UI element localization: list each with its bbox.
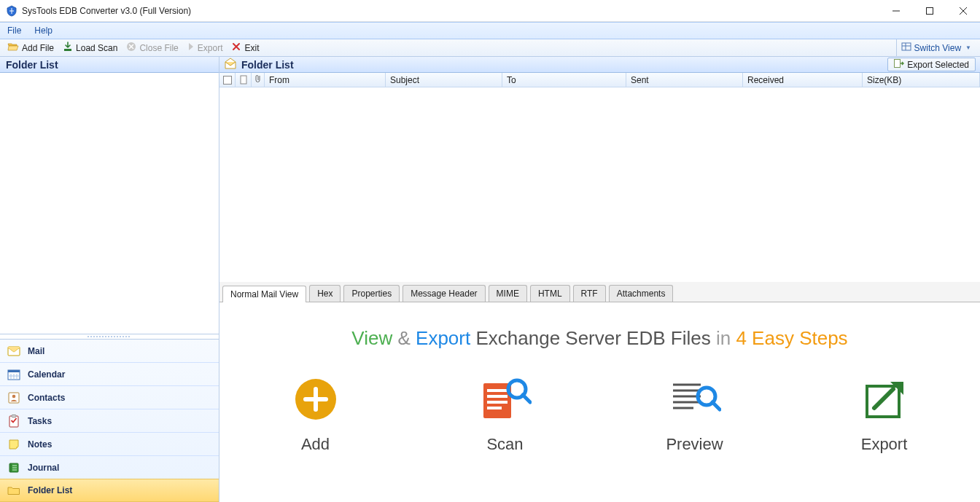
hero-word-steps: 4 Easy Steps [736, 327, 847, 349]
maximize-button[interactable] [913, 0, 946, 22]
nav-mail-label: Mail [28, 346, 44, 356]
steps-row: Add Scan Preview Export [265, 376, 936, 454]
export-selected-label: Export Selected [907, 60, 969, 70]
window-title: SysTools EDB Converter v3.0 (Full Versio… [22, 6, 191, 16]
add-file-button[interactable]: Add File [4, 41, 57, 55]
download-icon [63, 42, 73, 54]
export-button[interactable]: Export [184, 42, 226, 54]
export-label: Export [198, 43, 223, 53]
minimize-button[interactable] [879, 0, 913, 22]
tasks-icon [7, 415, 20, 428]
view-tabs: Normal Mail View Hex Properties Message … [219, 282, 980, 302]
folder-icon [7, 484, 20, 497]
step-add-label: Add [301, 435, 330, 454]
step-preview: Preview [644, 376, 746, 454]
svg-rect-27 [241, 76, 246, 84]
export-selected-button[interactable]: Export Selected [887, 58, 976, 71]
close-button[interactable] [946, 0, 980, 22]
svg-line-35 [523, 395, 530, 402]
export-selected-icon [894, 59, 904, 70]
svg-rect-1 [927, 7, 933, 14]
tab-message-header[interactable]: Message Header [402, 285, 485, 302]
notes-icon [7, 438, 20, 451]
load-scan-label: Load Scan [76, 43, 117, 53]
tab-html[interactable]: HTML [530, 285, 570, 302]
nav-tasks-label: Tasks [28, 416, 52, 426]
step-export-label: Export [861, 435, 908, 454]
hero-heading: View & Export Exchange Server EDB Files … [351, 327, 847, 350]
exit-label: Exit [244, 43, 259, 53]
hero-word-export: Export [416, 327, 470, 349]
col-received[interactable]: Received [743, 73, 863, 87]
mail-icon [7, 345, 20, 358]
tab-properties[interactable]: Properties [343, 285, 400, 302]
svg-rect-4 [64, 49, 71, 51]
folder-list-header: Folder List [0, 57, 219, 73]
nav-journal[interactable]: Journal [0, 455, 219, 479]
step-scan-label: Scan [486, 435, 523, 454]
nav-notes[interactable]: Notes [0, 432, 219, 455]
step-scan: Scan [454, 376, 556, 454]
tab-mime[interactable]: MIME [489, 285, 527, 302]
col-sent[interactable]: Sent [626, 73, 743, 87]
exit-icon [231, 42, 241, 54]
content-area: View & Export Exchange Server EDB Files … [219, 302, 980, 502]
contacts-icon [7, 391, 20, 404]
nav-contacts[interactable]: Contacts [0, 385, 219, 409]
preview-icon [669, 376, 721, 425]
menubar: File Help [0, 22, 980, 39]
load-scan-button[interactable]: Load Scan [60, 41, 120, 55]
switch-view-label: Switch View [914, 43, 961, 53]
nav-tasks[interactable]: Tasks [0, 409, 219, 432]
hero-word-desc: Exchange Server EDB Files [475, 327, 710, 349]
close-file-button[interactable]: Close File [123, 41, 181, 55]
nav-mail[interactable]: Mail [0, 339, 219, 362]
folder-tree[interactable] [0, 73, 219, 334]
scan-icon [479, 376, 532, 425]
column-headers: From Subject To Sent Received Size(KB) [219, 73, 980, 87]
step-preview-label: Preview [666, 435, 723, 454]
tab-rtf[interactable]: RTF [573, 285, 606, 302]
journal-icon [7, 461, 20, 474]
menu-file[interactable]: File [7, 26, 21, 36]
hero-word-amp: & [397, 327, 410, 349]
col-to[interactable]: To [502, 73, 626, 87]
svg-rect-25 [895, 60, 901, 68]
right-header: Folder List Export Selected [219, 57, 980, 73]
tab-attachments[interactable]: Attachments [609, 285, 674, 302]
nav-contacts-label: Contacts [28, 393, 65, 403]
export-step-icon [861, 376, 908, 425]
chevron-down-icon: ▼ [965, 44, 971, 51]
svg-rect-32 [487, 401, 508, 404]
col-flag[interactable] [236, 73, 252, 87]
exit-button[interactable]: Exit [228, 41, 262, 55]
left-pane: Folder List Mail Calendar Contacts Tasks [0, 57, 219, 502]
svg-rect-19 [12, 415, 16, 417]
hero-word-in: in [716, 327, 731, 349]
tab-hex[interactable]: Hex [309, 285, 341, 302]
svg-rect-30 [487, 389, 508, 392]
message-list[interactable] [219, 87, 980, 282]
switch-view-button[interactable]: Switch View ▼ [896, 39, 976, 56]
step-add: Add [265, 376, 367, 454]
col-from[interactable]: From [265, 73, 386, 87]
nav-folder-list[interactable]: Folder List [0, 479, 219, 502]
svg-rect-31 [487, 395, 508, 398]
col-attachment[interactable] [252, 73, 265, 87]
tab-normal-mail-view[interactable]: Normal Mail View [222, 286, 306, 302]
step-export: Export [833, 376, 936, 454]
svg-rect-26 [223, 76, 231, 84]
col-subject[interactable]: Subject [386, 73, 502, 87]
close-circle-icon [126, 42, 136, 54]
svg-rect-6 [902, 43, 911, 50]
svg-rect-33 [487, 407, 502, 409]
nav-folder-list-label: Folder List [28, 485, 72, 495]
col-size[interactable]: Size(KB) [863, 73, 980, 87]
mail-open-icon [224, 58, 237, 71]
hero-word-view: View [351, 327, 392, 349]
nav-calendar[interactable]: Calendar [0, 362, 219, 385]
switch-view-icon [901, 42, 911, 54]
export-arrow-icon [187, 42, 195, 53]
col-checkbox[interactable] [219, 73, 236, 87]
menu-help[interactable]: Help [34, 26, 52, 36]
